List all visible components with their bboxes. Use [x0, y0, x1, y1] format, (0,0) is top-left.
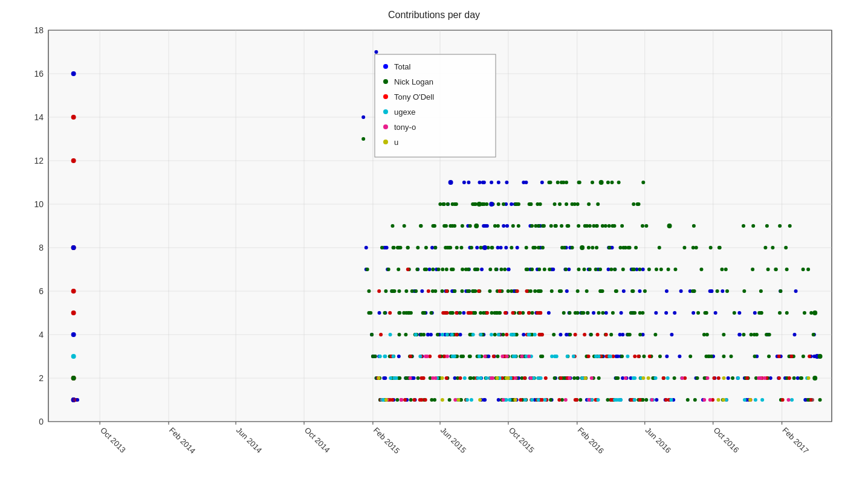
- chart-container: [0, 0, 868, 482]
- scatter-chart: [0, 0, 868, 482]
